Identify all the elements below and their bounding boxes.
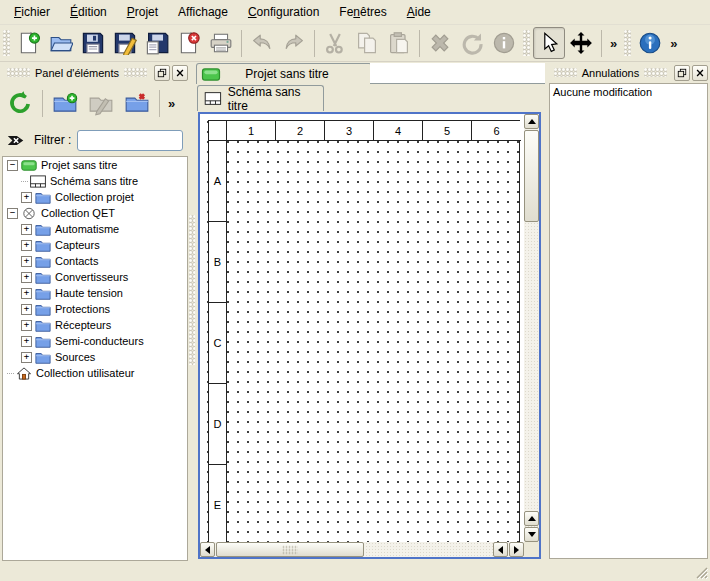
expand-icon[interactable]: + — [21, 288, 32, 299]
resize-grip-icon[interactable] — [694, 565, 708, 579]
tree-item-contacts[interactable]: +Contacts — [3, 253, 187, 269]
tab-schema[interactable]: Schéma sans titre — [197, 85, 324, 111]
schema-view[interactable]: 123456ABCDE — [198, 112, 541, 559]
menu-aide[interactable]: Aide — [397, 1, 441, 23]
reload-collections-button[interactable] — [2, 85, 38, 121]
copy-icon — [355, 31, 379, 55]
save-button[interactable] — [77, 27, 109, 59]
main-toolbar: »» — [0, 25, 710, 62]
dock-handle[interactable] — [644, 68, 667, 77]
horizontal-scrollbar[interactable] — [200, 542, 524, 557]
splitter-grip — [189, 215, 195, 365]
tree-item-schema-sans-titre[interactable]: Schéma sans titre — [3, 173, 187, 189]
menu-fichier[interactable]: Fichier — [4, 1, 60, 23]
tree-item-semi-conducteurs[interactable]: +Semi-conducteurs — [3, 333, 187, 349]
menu-affichage[interactable]: Affichage — [168, 1, 238, 23]
elements-toolbar-overflow-button[interactable]: » — [164, 96, 179, 111]
horizontal-scroll-thumb[interactable] — [216, 542, 364, 557]
toolbar-handle[interactable] — [3, 30, 10, 56]
delete-button[interactable] — [424, 27, 456, 59]
expand-icon[interactable]: + — [21, 256, 32, 267]
undo-panel-title: Annulations — [582, 67, 640, 79]
tree-item-collection-qet[interactable]: −Collection QET — [3, 205, 187, 221]
tree-item-collection-utilisateur[interactable]: Collection utilisateur — [3, 365, 187, 381]
undo-list-item[interactable]: Aucune modification — [550, 84, 707, 100]
toolbar-handle[interactable] — [624, 30, 631, 56]
clear-filter-button[interactable] — [4, 130, 28, 150]
expand-icon[interactable]: + — [21, 304, 32, 315]
dock-handle[interactable] — [124, 68, 147, 77]
tree-item-sources[interactable]: +Sources — [3, 349, 187, 365]
tab-project[interactable]: Projet sans titre — [196, 63, 372, 84]
tree-item-collection-projet[interactable]: +Collection projet — [3, 189, 187, 205]
tree-item-convertisseurs[interactable]: +Convertisseurs — [3, 269, 187, 285]
edit-category-button[interactable] — [83, 85, 119, 121]
open-document-button[interactable] — [45, 27, 77, 59]
dock-handle[interactable] — [554, 68, 577, 77]
arrow-left-icon — [494, 546, 503, 554]
undo-button[interactable] — [246, 27, 278, 59]
float-panel-button[interactable] — [674, 65, 690, 81]
scroll-left-button[interactable] — [200, 542, 215, 557]
expand-icon[interactable]: + — [21, 272, 32, 283]
print-icon — [209, 31, 233, 55]
scroll-mode-button[interactable] — [565, 27, 597, 59]
save-all-button[interactable] — [141, 27, 173, 59]
new-category-button[interactable] — [47, 85, 83, 121]
scroll-up-button[interactable] — [524, 511, 539, 526]
expand-icon[interactable]: + — [21, 224, 32, 235]
close-file-button[interactable] — [173, 27, 205, 59]
paste-button[interactable] — [383, 27, 415, 59]
delete-category-button[interactable] — [119, 85, 155, 121]
float-panel-button[interactable] — [154, 65, 170, 81]
expand-icon[interactable]: + — [21, 352, 32, 363]
cut-icon — [323, 31, 347, 55]
expand-icon[interactable]: + — [21, 240, 32, 251]
tree-item-capteurs[interactable]: +Capteurs — [3, 237, 187, 253]
menu-fenetres[interactable]: Fenêtres — [329, 1, 396, 23]
copy-button[interactable] — [351, 27, 383, 59]
project-icon — [201, 68, 221, 81]
schema-canvas[interactable]: 123456ABCDE — [200, 114, 524, 542]
vertical-scrollbar[interactable] — [524, 114, 539, 542]
collapse-icon[interactable]: − — [7, 160, 18, 171]
tree-item-haute-tension[interactable]: +Haute tension — [3, 285, 187, 301]
object-information-button[interactable] — [488, 27, 520, 59]
tree-item-label: Projet sans titre — [41, 159, 117, 171]
toolbar-handle[interactable] — [523, 30, 530, 56]
scroll-left-button[interactable] — [493, 542, 508, 557]
dock-handle[interactable] — [7, 68, 30, 77]
elements-panel-title: Panel d'éléments — [35, 67, 119, 79]
selection-mode-button[interactable] — [533, 27, 565, 59]
menu-projet[interactable]: Projet — [117, 1, 168, 23]
redo-button[interactable] — [278, 27, 310, 59]
menu-configuration[interactable]: Configuration — [238, 1, 329, 23]
scroll-up-button[interactable] — [524, 114, 539, 129]
rotate-button[interactable] — [456, 27, 488, 59]
close-panel-button[interactable] — [692, 65, 708, 81]
print-button[interactable] — [205, 27, 237, 59]
arrow-left-icon — [201, 546, 210, 554]
save-as-button[interactable] — [109, 27, 141, 59]
help-toolbar-overflow-button[interactable]: » — [666, 36, 681, 51]
tools-toolbar-overflow-button[interactable]: » — [606, 36, 621, 51]
filter-input[interactable] — [77, 130, 183, 151]
close-panel-button[interactable] — [172, 65, 188, 81]
scroll-down-button[interactable] — [524, 527, 539, 542]
new-document-button[interactable] — [13, 27, 45, 59]
tree-item-automatisme[interactable]: +Automatisme — [3, 221, 187, 237]
tree-item-protections[interactable]: +Protections — [3, 301, 187, 317]
tree-item-recepteurs[interactable]: +Récepteurs — [3, 317, 187, 333]
expand-icon[interactable]: + — [21, 320, 32, 331]
menu-edition[interactable]: Édition — [60, 1, 117, 23]
panel-splitter[interactable] — [188, 62, 196, 560]
scroll-right-button[interactable] — [509, 542, 524, 557]
vertical-scroll-thumb[interactable] — [524, 130, 539, 222]
expand-icon[interactable]: + — [21, 336, 32, 347]
expand-icon[interactable]: + — [21, 192, 32, 203]
about-qet-button[interactable] — [634, 27, 666, 59]
collapse-icon[interactable]: − — [7, 208, 18, 219]
tree-item-projet-sans-titre[interactable]: −Projet sans titre — [3, 157, 187, 173]
schema-icon — [204, 92, 222, 105]
cut-button[interactable] — [319, 27, 351, 59]
